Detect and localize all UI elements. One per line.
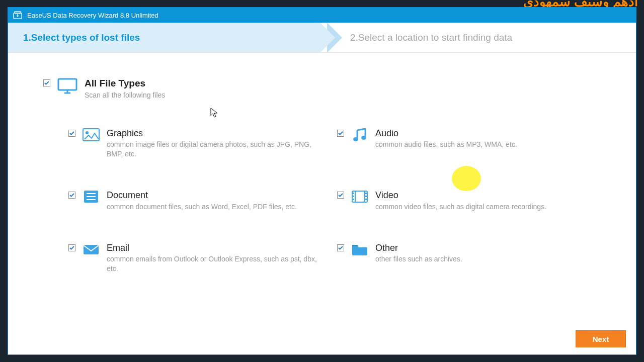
svg-rect-18 bbox=[353, 196, 354, 197]
option-graphics[interactable]: Graphics common image files or digital c… bbox=[68, 128, 332, 159]
app-window: EaseUS Data Recovery Wizard 8.8 Unlimite… bbox=[8, 7, 636, 355]
option-all-file-types[interactable]: All File Types Scan all the following fi… bbox=[43, 78, 601, 100]
svg-rect-22 bbox=[365, 199, 367, 200]
step-2-label: 2.Select a location to start finding dat… bbox=[350, 32, 512, 43]
checkbox-audio[interactable] bbox=[337, 130, 344, 137]
other-title: Other bbox=[375, 243, 462, 254]
option-email[interactable]: Email common emails from Outlook or Outl… bbox=[68, 243, 332, 274]
graphics-desc: common image files or digital camera pho… bbox=[107, 140, 323, 159]
svg-point-6 bbox=[86, 131, 89, 134]
video-title: Video bbox=[375, 190, 546, 201]
mouse-cursor-icon bbox=[210, 108, 218, 120]
titlebar[interactable]: EaseUS Data Recovery Wizard 8.8 Unlimite… bbox=[8, 8, 636, 23]
email-title: Email bbox=[107, 243, 323, 254]
checkbox-all[interactable] bbox=[43, 79, 50, 86]
checkbox-document[interactable] bbox=[68, 192, 75, 199]
envelope-icon bbox=[83, 243, 100, 256]
image-icon bbox=[83, 128, 100, 141]
highlight-marker bbox=[452, 166, 481, 191]
folder-icon bbox=[351, 243, 368, 256]
option-document[interactable]: Document common document files, such as … bbox=[68, 190, 332, 211]
option-video[interactable]: Video common video files, such as digita… bbox=[337, 190, 601, 211]
checkbox-graphics[interactable] bbox=[68, 130, 75, 137]
svg-rect-17 bbox=[353, 193, 354, 194]
email-desc: common emails from Outlook or Outlook Ex… bbox=[107, 254, 323, 274]
document-desc: common document files, such as Word, Exc… bbox=[107, 202, 297, 212]
step-2-inactive: 2.Select a location to start finding dat… bbox=[320, 23, 636, 52]
video-desc: common video files, such as digital came… bbox=[375, 202, 546, 212]
svg-point-8 bbox=[361, 136, 366, 140]
step-breadcrumb: 1.Select types of lost files 2.Select a … bbox=[8, 23, 636, 53]
step-1-label: 1.Select types of lost files bbox=[23, 32, 140, 43]
monitor-icon bbox=[57, 78, 77, 94]
checkbox-email[interactable] bbox=[68, 244, 75, 251]
all-title: All File Types bbox=[85, 78, 165, 89]
document-title: Document bbox=[107, 190, 297, 201]
audio-desc: common audio files, such as MP3, WMA, et… bbox=[375, 140, 517, 149]
music-note-icon bbox=[351, 128, 368, 141]
app-icon bbox=[13, 11, 22, 19]
film-icon bbox=[351, 190, 368, 203]
all-desc: Scan all the following files bbox=[85, 90, 165, 100]
svg-rect-23 bbox=[84, 245, 99, 254]
svg-rect-20 bbox=[365, 193, 367, 194]
option-other[interactable]: Other other files such as archives. bbox=[337, 243, 601, 274]
checkbox-other[interactable] bbox=[337, 244, 344, 251]
other-desc: other files such as archives. bbox=[375, 254, 462, 264]
svg-rect-19 bbox=[353, 199, 354, 200]
audio-title: Audio bbox=[375, 128, 517, 139]
graphics-title: Graphics bbox=[107, 128, 323, 139]
svg-rect-1 bbox=[15, 12, 21, 14]
next-button[interactable]: Next bbox=[576, 330, 626, 347]
content-area: All File Types Scan all the following fi… bbox=[8, 53, 636, 354]
document-icon bbox=[83, 190, 100, 203]
step-1-active: 1.Select types of lost files bbox=[8, 23, 320, 52]
option-audio[interactable]: Audio common audio files, such as MP3, W… bbox=[337, 128, 601, 159]
svg-rect-21 bbox=[365, 196, 367, 197]
svg-rect-14 bbox=[352, 191, 367, 202]
app-title: EaseUS Data Recovery Wizard 8.8 Unlimite… bbox=[27, 12, 158, 19]
svg-rect-2 bbox=[58, 79, 76, 90]
checkbox-video[interactable] bbox=[337, 192, 344, 199]
